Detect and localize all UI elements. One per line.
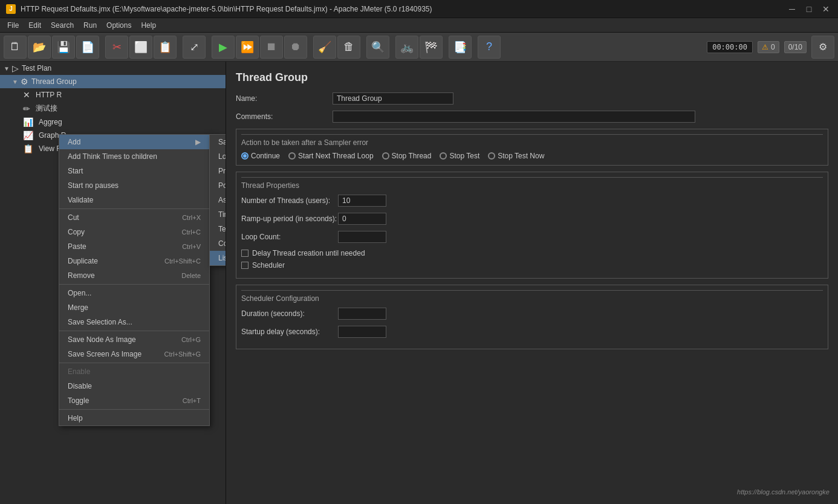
tree-item-httprequest[interactable]: ✕ HTTP R [0, 88, 226, 102]
save-button[interactable]: 💾 [52, 36, 75, 59]
sub-config-element[interactable]: Config Element ▶ [210, 236, 226, 251]
delay-label: Delay Thread creation until needed [252, 249, 365, 257]
duration-input[interactable] [338, 308, 386, 320]
ctx-disable[interactable]: Disable [59, 379, 209, 393]
ctx-sep1 [59, 208, 209, 209]
sub-sampler[interactable]: Sampler ▶ [210, 135, 226, 149]
tree-item-testscript[interactable]: ✏ 测试接 [0, 102, 226, 115]
submenu-add: Sampler ▶ Logic Controller ▶ Pre Process… [209, 134, 226, 266]
delay-group: Delay Thread creation until needed [241, 249, 823, 257]
stop-button[interactable]: ⏹ [260, 36, 283, 59]
ctx-paste[interactable]: Paste Ctrl+V [59, 239, 209, 254]
save-as-button[interactable]: 📄 [76, 36, 99, 59]
scheduler-label: Scheduler [252, 261, 285, 270]
shutdown-button[interactable]: ⏺ [284, 36, 307, 59]
ctx-help[interactable]: Help [59, 411, 209, 425]
remote-stop-button[interactable]: 🏁 [420, 36, 443, 59]
duration-group: Duration (seconds): [241, 308, 823, 320]
name-input[interactable] [333, 92, 453, 105]
error-radio-group: Continue Start Next Thread Loop Stop Thr… [241, 152, 823, 160]
radio-next-loop[interactable]: Start Next Thread Loop [288, 152, 374, 160]
ctx-start-nopause[interactable]: Start no pauses [59, 178, 209, 193]
ctx-sep4 [59, 363, 209, 363]
close-button[interactable]: ✕ [820, 3, 832, 15]
radio-stop-test[interactable]: Stop Test [440, 152, 479, 160]
paste-button[interactable]: 📋 [154, 36, 177, 59]
ctx-cut[interactable]: Cut Ctrl+X [59, 210, 209, 225]
ctx-save-node-image[interactable]: Save Node As Image Ctrl+G [59, 332, 209, 347]
delay-checkbox[interactable] [241, 250, 248, 257]
ctx-sep3 [59, 331, 209, 331]
open-button[interactable]: 📂 [28, 36, 51, 59]
left-panel: ▼ ▷ Test Plan ▼ ⚙ Thread Group ✕ HTTP R … [0, 62, 226, 504]
copy-button[interactable]: ⬜ [129, 36, 152, 59]
ctx-remove[interactable]: Remove Delete [59, 268, 209, 283]
ctx-save-screen-image[interactable]: Save Screen As Image Ctrl+Shift+G [59, 347, 209, 361]
expand-button[interactable]: ⤢ [183, 36, 206, 59]
ctx-open[interactable]: Open... [59, 286, 209, 300]
minimize-button[interactable]: ─ [786, 3, 798, 15]
ctx-validate[interactable]: Validate [59, 193, 209, 207]
loop-input[interactable] [338, 231, 386, 243]
radio-stop-test-now[interactable]: Stop Test Now [488, 152, 544, 160]
menu-run[interactable]: Run [79, 20, 102, 31]
menu-help[interactable]: Help [136, 20, 161, 31]
radio-stop-thread[interactable]: Stop Thread [382, 152, 432, 160]
num-threads-group: Number of Threads (users): [241, 195, 823, 207]
sub-timer[interactable]: Timer ▶ [210, 207, 226, 222]
startup-group: Startup delay (seconds): [241, 326, 823, 338]
sub-logic-controller[interactable]: Logic Controller ▶ [210, 149, 226, 164]
tree-item-testplan[interactable]: ▼ ▷ Test Plan [0, 62, 226, 75]
ramp-input[interactable] [338, 213, 386, 225]
clear-button[interactable]: 🧹 [313, 36, 336, 59]
radio-continue-dot [241, 152, 248, 160]
menu-file[interactable]: File [2, 20, 24, 31]
tree-item-aggregate[interactable]: 📊 Aggreg [0, 115, 226, 129]
search-btn[interactable]: 🔍 [366, 36, 389, 59]
ctx-start[interactable]: Start [59, 164, 209, 178]
ctx-sep5 [59, 409, 209, 410]
cut-button[interactable]: ✂ [105, 36, 128, 59]
comments-input[interactable] [333, 111, 695, 123]
sub-assertions[interactable]: Assertions ▶ [210, 193, 226, 207]
sub-pre-processors[interactable]: Pre Processors ▶ [210, 164, 226, 178]
loop-label: Loop Count: [241, 233, 338, 241]
help-button[interactable]: ? [478, 36, 501, 59]
ctx-duplicate[interactable]: Duplicate Ctrl+Shift+C [59, 254, 209, 268]
ctx-merge[interactable]: Merge [59, 300, 209, 315]
num-threads-input[interactable] [338, 195, 386, 207]
radio-continue[interactable]: Continue [241, 152, 280, 160]
sub-listener[interactable]: Listener ▶ [210, 251, 226, 265]
aggregate-icon: 📊 [23, 117, 33, 127]
watermark: https://blog.csdn.net/yaorongke [737, 488, 830, 496]
settings-button[interactable]: ⚙ [811, 36, 834, 59]
ctx-toggle[interactable]: Toggle Ctrl+T [59, 393, 209, 408]
startup-input[interactable] [338, 326, 386, 338]
menu-search[interactable]: Search [46, 20, 79, 31]
clear-all-button[interactable]: 🗑 [337, 36, 360, 59]
menu-edit[interactable]: Edit [24, 20, 46, 31]
function-helper-button[interactable]: 📑 [449, 36, 472, 59]
menu-bar: File Edit Search Run Options Help [0, 18, 838, 33]
sub-post-processors[interactable]: Post Processors ▶ [210, 178, 226, 193]
remote-start-button[interactable]: 🚲 [395, 36, 418, 59]
ctx-add[interactable]: Add ▶ [59, 135, 209, 149]
start-nopause-button[interactable]: ⏩ [236, 36, 259, 59]
name-label: Name: [236, 94, 333, 103]
sub-test-fragment[interactable]: Test Fragment ▶ [210, 222, 226, 236]
maximize-button[interactable]: □ [803, 3, 815, 15]
new-button[interactable]: 🗒 [4, 36, 27, 59]
ctx-save-selection[interactable]: Save Selection As... [59, 315, 209, 329]
tree-item-threadgroup[interactable]: ▼ ⚙ Thread Group [0, 75, 226, 88]
scheduler-checkbox[interactable] [241, 262, 248, 269]
expand-arrow: ▼ [12, 79, 18, 85]
menu-options[interactable]: Options [102, 20, 136, 31]
scheduler-group: Scheduler [241, 261, 823, 270]
testplan-icon: ▷ [12, 63, 19, 73]
radio-stop-test-now-dot [488, 152, 495, 160]
error-section-title: Action to be taken after a Sampler error [241, 134, 823, 147]
httprequest-icon: ✕ [23, 90, 30, 100]
ctx-copy[interactable]: Copy Ctrl+C [59, 225, 209, 239]
ctx-add-think-times[interactable]: Add Think Times to children [59, 149, 209, 164]
start-button[interactable]: ▶ [212, 36, 235, 59]
